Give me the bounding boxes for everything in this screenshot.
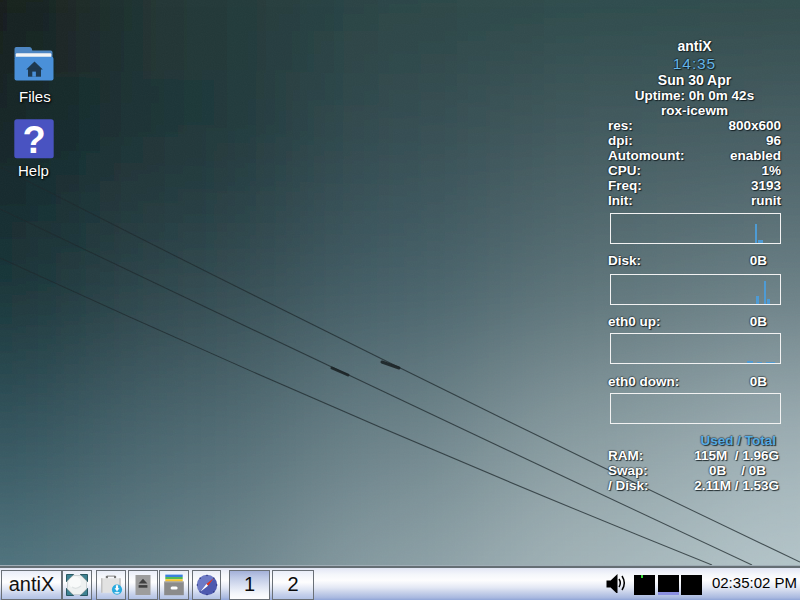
svg-text:?: ? [22,119,45,159]
